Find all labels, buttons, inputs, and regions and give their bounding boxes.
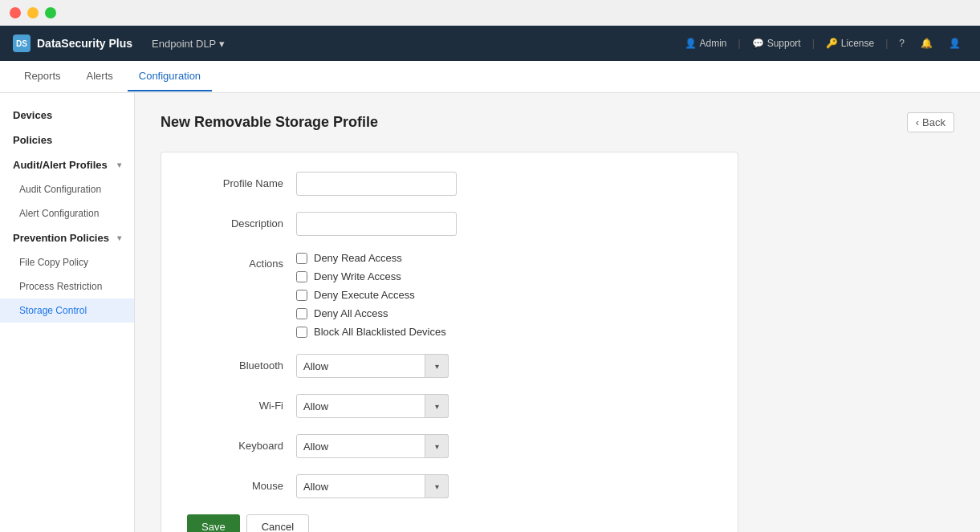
support-icon: 💬: [752, 38, 764, 49]
block-blacklisted-checkbox[interactable]: [296, 327, 307, 338]
deny-execute-checkbox[interactable]: [296, 290, 307, 301]
keyboard-row: Keyboard Allow Deny ▾: [187, 434, 712, 458]
license-menu[interactable]: 🔑 License: [819, 35, 880, 52]
license-label: License: [841, 38, 874, 49]
sidebar-item-audit-alert-profiles[interactable]: Audit/Alert Profiles ▾: [0, 152, 134, 177]
secondary-nav: Reports Alerts Configuration: [0, 61, 980, 93]
mouse-select-wrap: Allow Deny ▾: [296, 474, 449, 498]
tab-alerts[interactable]: Alerts: [75, 62, 124, 91]
actions-group: Deny Read Access Deny Write Access Deny …: [296, 252, 446, 338]
help-button[interactable]: ?: [893, 35, 911, 52]
sidebar-prevention-label: Prevention Policies: [13, 232, 109, 244]
top-nav-right: 👤 Admin | 💬 Support | 🔑 License | ? 🔔 👤: [678, 35, 967, 52]
sidebar-item-devices[interactable]: Devices: [0, 103, 134, 128]
sidebar-alert-config-label: Alert Configuration: [19, 208, 99, 219]
user-icon: 👤: [949, 38, 961, 49]
sidebar-item-storage-control[interactable]: Storage Control: [0, 298, 134, 323]
sidebar-audit-label: Audit/Alert Profiles: [13, 159, 108, 171]
sidebar-item-process-restriction[interactable]: Process Restriction: [0, 274, 134, 298]
product-name: Endpoint DLP: [152, 38, 216, 50]
top-nav-left: DS DataSecurity Plus Endpoint DLP ▾: [13, 35, 231, 53]
deny-all-row: Deny All Access: [296, 307, 446, 319]
sidebar-devices-label: Devices: [13, 109, 52, 121]
wifi-row: Wi-Fi Allow Deny ▾: [187, 394, 712, 418]
back-button[interactable]: ‹ Back: [907, 112, 954, 132]
support-menu[interactable]: 💬 Support: [746, 35, 807, 52]
sidebar-storage-control-label: Storage Control: [19, 305, 87, 316]
bluetooth-row: Bluetooth Allow Deny ▾: [187, 354, 712, 378]
close-button[interactable]: [10, 7, 21, 18]
description-label: Description: [187, 212, 283, 229]
bluetooth-select-wrap: Allow Deny ▾: [296, 354, 449, 378]
page-title: New Removable Storage Profile: [161, 114, 378, 131]
sidebar: Devices Policies Audit/Alert Profiles ▾ …: [0, 93, 135, 532]
sidebar-process-restriction-label: Process Restriction: [19, 281, 102, 292]
deny-write-row: Deny Write Access: [296, 270, 446, 282]
keyboard-select-wrap: Allow Deny ▾: [296, 434, 449, 458]
back-arrow-icon: ‹: [916, 116, 919, 128]
wifi-select-wrap: Allow Deny ▾: [296, 394, 449, 418]
deny-read-row: Deny Read Access: [296, 252, 446, 264]
minimize-button[interactable]: [27, 7, 39, 18]
separator-2: |: [811, 38, 816, 49]
page-header: New Removable Storage Profile ‹ Back: [161, 112, 954, 132]
product-selector[interactable]: Endpoint DLP ▾: [145, 35, 231, 53]
sidebar-item-policies[interactable]: Policies: [0, 128, 134, 152]
top-nav: DS DataSecurity Plus Endpoint DLP ▾ 👤 Ad…: [0, 26, 980, 61]
deny-write-checkbox[interactable]: [296, 271, 307, 282]
keyboard-label: Keyboard: [187, 434, 283, 452]
deny-read-label: Deny Read Access: [314, 252, 402, 264]
mouse-select[interactable]: Allow Deny: [296, 474, 449, 498]
sidebar-item-file-copy-policy[interactable]: File Copy Policy: [0, 250, 134, 274]
brand: DS DataSecurity Plus: [13, 35, 132, 52]
block-blacklisted-label: Block All Blacklisted Devices: [314, 326, 446, 338]
chevron-down-icon-2: ▾: [117, 234, 121, 242]
actions-row: Actions Deny Read Access Deny Write Acce…: [187, 252, 712, 338]
tab-reports[interactable]: Reports: [13, 62, 72, 91]
deny-all-checkbox[interactable]: [296, 308, 307, 319]
support-label: Support: [767, 38, 801, 49]
profile-name-label: Profile Name: [187, 172, 283, 189]
title-bar: [0, 0, 980, 26]
button-row: Save Cancel: [187, 514, 712, 532]
brand-icon: DS: [13, 35, 30, 52]
mouse-label: Mouse: [187, 474, 283, 492]
deny-execute-label: Deny Execute Access: [314, 289, 415, 301]
wifi-label: Wi-Fi: [187, 394, 283, 412]
brand-name: DataSecurity Plus: [37, 37, 132, 50]
help-icon: ?: [899, 38, 905, 49]
bell-icon: 🔔: [921, 38, 933, 49]
license-icon: 🔑: [826, 38, 838, 49]
form-container: Profile Name Description Actions Deny Re…: [161, 152, 738, 532]
main-layout: Devices Policies Audit/Alert Profiles ▾ …: [0, 93, 980, 532]
user-button[interactable]: 👤: [942, 35, 967, 52]
save-button[interactable]: Save: [187, 514, 240, 532]
deny-read-checkbox[interactable]: [296, 253, 307, 264]
sidebar-item-prevention-policies[interactable]: Prevention Policies ▾: [0, 225, 134, 250]
wifi-select[interactable]: Allow Deny: [296, 394, 449, 418]
description-row: Description: [187, 212, 712, 236]
sidebar-item-alert-configuration[interactable]: Alert Configuration: [0, 201, 134, 225]
description-input[interactable]: [296, 212, 457, 236]
sidebar-file-copy-label: File Copy Policy: [19, 257, 88, 268]
separator-3: |: [884, 38, 889, 49]
cancel-button[interactable]: Cancel: [246, 514, 309, 532]
maximize-button[interactable]: [45, 7, 56, 18]
bluetooth-select[interactable]: Allow Deny: [296, 354, 449, 378]
sidebar-policies-label: Policies: [13, 134, 52, 146]
deny-write-label: Deny Write Access: [314, 270, 401, 282]
profile-name-input[interactable]: [296, 172, 457, 196]
admin-menu[interactable]: 👤 Admin: [678, 35, 734, 52]
sidebar-item-audit-configuration[interactable]: Audit Configuration: [0, 177, 134, 201]
actions-label: Actions: [187, 252, 283, 270]
profile-name-row: Profile Name: [187, 172, 712, 196]
block-blacklisted-row: Block All Blacklisted Devices: [296, 326, 446, 338]
tab-configuration[interactable]: Configuration: [128, 62, 212, 91]
bluetooth-label: Bluetooth: [187, 354, 283, 372]
admin-label: Admin: [700, 38, 727, 49]
deny-execute-row: Deny Execute Access: [296, 289, 446, 301]
main-content: New Removable Storage Profile ‹ Back Pro…: [135, 93, 980, 532]
deny-all-label: Deny All Access: [314, 307, 388, 319]
keyboard-select[interactable]: Allow Deny: [296, 434, 449, 458]
notifications-button[interactable]: 🔔: [914, 35, 939, 52]
